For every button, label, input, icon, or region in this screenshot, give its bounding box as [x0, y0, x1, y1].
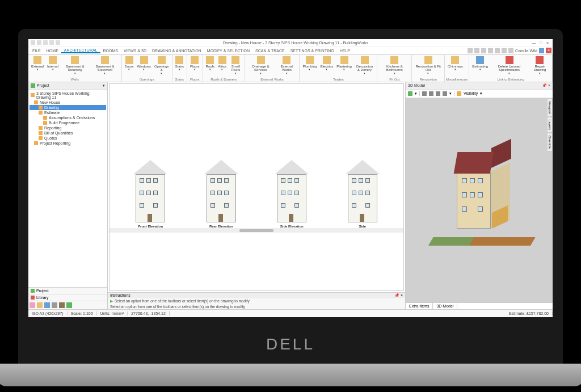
elevation-label: Rear Elevation	[209, 225, 233, 228]
elevation-rear-elevation[interactable]: Rear Elevation	[204, 160, 238, 228]
tree-item-build-programme[interactable]: Build Programme	[30, 120, 106, 125]
ribbon-external-button[interactable]: External▾	[30, 56, 45, 77]
library-icon	[31, 296, 35, 300]
ribbon-repair-drawing-button[interactable]: Repair Drawing▾	[529, 56, 551, 77]
ribbon-kitchens-bathrooms-button[interactable]: Kitchens & Bathrooms▾	[378, 56, 410, 77]
zoom-icon[interactable]	[436, 91, 440, 96]
zoom-icon[interactable]	[474, 48, 479, 53]
tree-item-bill-of-quantities[interactable]: Bill of Quantities	[30, 130, 106, 136]
tab-views3d[interactable]: VIEWS & 3D	[121, 49, 149, 53]
tree-item-reporting[interactable]: Reporting	[30, 125, 106, 130]
ribbon-decoration-joinery-button[interactable]: Decoration & Joinery▾	[353, 56, 376, 77]
panel-tab-library[interactable]: Library	[28, 294, 107, 301]
panel-menu-icon[interactable]: ▾	[103, 83, 105, 88]
ribbon-drainage-services-button[interactable]: Drainage & Services▾	[246, 56, 276, 77]
tool-eye-icon[interactable]	[66, 302, 72, 308]
tool-window-icon[interactable]	[44, 302, 50, 308]
ribbon-chimneys-button[interactable]: Chimneys▾	[446, 56, 465, 77]
user-icon[interactable]	[539, 48, 544, 53]
model-tab-3d-model[interactable]: 3D Model	[433, 303, 457, 309]
ribbon-windows-button[interactable]: Windows▾	[136, 56, 153, 77]
fit-icon[interactable]	[443, 91, 447, 96]
lightbulb-icon[interactable]	[457, 91, 461, 96]
dropdown-icon[interactable]: ▾	[415, 91, 417, 96]
tool-stairs-icon[interactable]	[59, 302, 65, 308]
tree-item-new-house[interactable]: New House	[30, 100, 106, 105]
tool-door-icon[interactable]	[37, 302, 43, 308]
grid-icon[interactable]	[488, 48, 493, 53]
model-tab-extra-items[interactable]: Extra Items	[406, 303, 433, 309]
tab-drawing-annotation[interactable]: DRAWING & ANNOTATION	[149, 49, 204, 53]
drawing-canvas[interactable]: Front ElevationRear ElevationSide Elevat…	[109, 83, 404, 291]
visibility-label[interactable]: Visibility	[464, 91, 478, 95]
elevation-side[interactable]: Side	[346, 160, 380, 228]
dropdown-icon[interactable]: ▾	[449, 91, 452, 96]
side-tab-override[interactable]: Override	[547, 133, 553, 151]
pan-icon[interactable]	[429, 91, 433, 96]
ruler-icon[interactable]	[495, 48, 500, 53]
orbit-icon[interactable]	[422, 91, 427, 96]
ribbon-stairs-button[interactable]: Stairs▾	[174, 56, 186, 77]
ribbon-renovation-fit-out-button[interactable]: Renovation & Fit Out▾	[413, 56, 443, 77]
ribbon-electrics-button[interactable]: Electrics▾	[319, 56, 335, 77]
tree-item-drawing[interactable]: Drawing	[30, 105, 106, 110]
3d-viewport[interactable]: Viewport Layers Override	[406, 98, 553, 302]
instructions-pin-icon[interactable]: 📌 ×	[394, 293, 403, 298]
tree-item-assumptions-omissions[interactable]: Assumptions & Omissions	[30, 115, 106, 120]
snap-icon[interactable]	[502, 48, 507, 53]
tree-item-project-reporting[interactable]: Project Reporting	[30, 141, 106, 146]
status-scale[interactable]: Scale: 1:100	[68, 311, 97, 315]
tree-item-quotes[interactable]: Quotes	[30, 136, 106, 141]
ribbon-basement-steelwork-button[interactable]: Basement & Steelwork▾	[90, 56, 120, 77]
horizontal-scrollbar[interactable]	[110, 228, 403, 233]
quick-access-toolbar[interactable]	[31, 40, 60, 45]
ribbon-internal-button[interactable]: Internal▾	[45, 56, 60, 77]
layers-icon[interactable]	[481, 48, 486, 53]
dropdown-icon[interactable]: ▾	[480, 91, 482, 96]
ribbon-external-works-button[interactable]: External Works▾	[276, 56, 298, 77]
ribbon-plumbing-button[interactable]: Plumbing▾	[301, 56, 318, 77]
side-tab-layers[interactable]: Layers	[547, 117, 553, 133]
status-paper[interactable]: ISO A3 (420x297)	[28, 311, 68, 315]
tab-rooms[interactable]: ROOMS	[100, 49, 121, 53]
maximize-button[interactable]: □	[538, 41, 544, 45]
side-tab-viewport[interactable]: Viewport	[547, 98, 553, 117]
redo-icon[interactable]	[49, 40, 54, 45]
app-close-button[interactable]: ×	[546, 48, 551, 53]
ribbon-plastering-button[interactable]: Plastering▾	[335, 56, 353, 77]
minimize-button[interactable]: —	[531, 41, 537, 45]
tab-modify-selection[interactable]: MODIFY & SELECTION	[204, 49, 252, 53]
drawing-icon	[39, 106, 43, 109]
panel-tab-project[interactable]: Project	[28, 288, 107, 294]
save-icon[interactable]	[37, 40, 41, 45]
tab-help[interactable]: HELP	[337, 49, 353, 53]
ribbon-basement-retaining-button[interactable]: Basement & Retaining▾	[60, 56, 90, 77]
panel-pin-icon[interactable]: 📌 ×	[542, 83, 550, 88]
ribbon-doors-button[interactable]: Doors▾	[123, 56, 136, 77]
refresh-icon[interactable]	[408, 91, 412, 96]
elevation-side-elevation[interactable]: Side Elevation	[275, 160, 309, 228]
elevation-front-elevation[interactable]: Front Elevation	[133, 160, 167, 228]
ribbon-floors-button[interactable]: Floors▾	[188, 56, 201, 77]
ribbon-attics-button[interactable]: Attics▾	[216, 56, 228, 77]
tab-home[interactable]: HOME	[44, 49, 61, 53]
print-icon[interactable]	[56, 40, 60, 45]
close-button[interactable]: ×	[545, 41, 550, 45]
search-icon[interactable]	[468, 48, 473, 53]
tool-eraser-icon[interactable]	[30, 302, 35, 308]
undo-icon[interactable]	[43, 40, 48, 45]
tab-architectural[interactable]: ARCHITECTURAL	[61, 48, 100, 53]
tab-scan-trace[interactable]: SCAN & TRACE	[252, 49, 288, 53]
ribbon-estimating-button[interactable]: Estimating▾	[470, 56, 490, 77]
status-units[interactable]: Units: mm/m²	[97, 311, 128, 315]
tab-settings-printing[interactable]: SETTINGS & PRINTING	[288, 49, 337, 53]
ribbon-roofs-button[interactable]: Roofs▾	[204, 56, 217, 77]
tab-file[interactable]: FILE	[30, 49, 44, 53]
tree-root[interactable]: 3 Storey SIPS House Working Drawing 11	[30, 91, 106, 100]
tool-wall-icon[interactable]	[52, 302, 57, 308]
tree-item-estimate[interactable]: Estimate	[30, 110, 106, 115]
ribbon-small-roofs-button[interactable]: Small Roofs▾	[228, 56, 243, 77]
ribbon-openings--button[interactable]: Openings & ▾	[153, 56, 171, 77]
flag-icon[interactable]	[508, 48, 513, 53]
ribbon-delete-unused-specifications-button[interactable]: Delete Unused Specifications▾	[490, 56, 529, 77]
